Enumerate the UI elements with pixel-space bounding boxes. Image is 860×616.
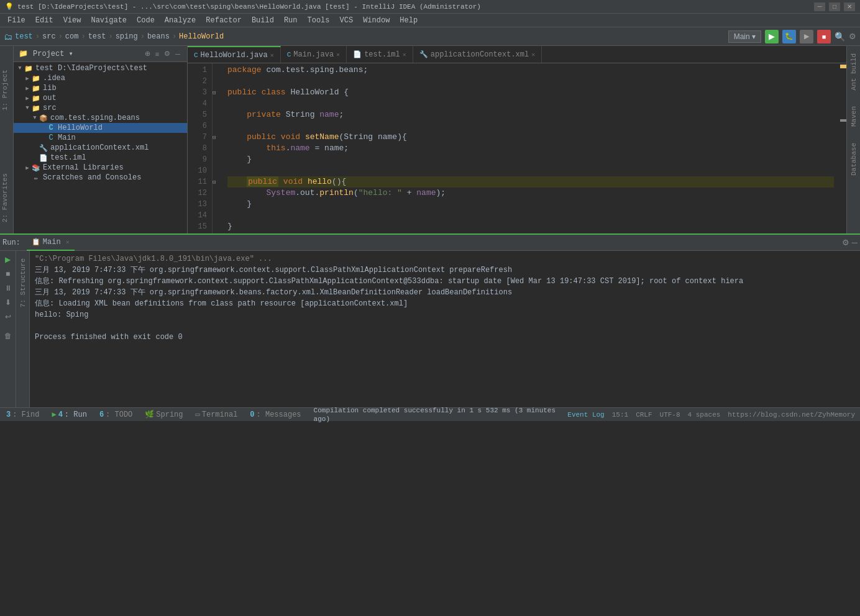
tree-item-helloworld[interactable]: C HelloWorld	[14, 123, 187, 133]
run-clear-button[interactable]: 🗑	[2, 330, 14, 342]
tab-helloworld[interactable]: C HelloWorld.java ✕	[188, 46, 281, 63]
tab-helloworld-close[interactable]: ✕	[270, 52, 274, 59]
run-play-button[interactable]: ▶	[2, 253, 14, 266]
menu-edit[interactable]: Edit	[30, 15, 58, 26]
code-content[interactable]: package com.test.sping.beans; public cla…	[222, 63, 839, 233]
tree-arrow-idea[interactable]: ▶	[24, 75, 31, 82]
run-button[interactable]: ▶	[765, 30, 779, 43]
menu-file[interactable]: File	[2, 15, 30, 26]
run-output[interactable]: "C:\Program Files\Java\jdk1.8.0_191\bin\…	[30, 251, 860, 407]
minimize-button[interactable]: ─	[814, 2, 825, 11]
fold-arrow-setname[interactable]: ⊟	[213, 134, 216, 141]
menu-analyze[interactable]: Analyze	[160, 15, 201, 26]
bc-helloworld[interactable]: HelloWorld	[179, 32, 224, 41]
structure-label[interactable]: 7: Structure	[18, 253, 28, 312]
tab-testiml[interactable]: 📄 test.iml ✕	[347, 46, 413, 63]
favorites-panel-label[interactable]: 2: Favorites	[0, 168, 13, 227]
main-java-icon: C	[46, 134, 56, 142]
footer-tabs: 3 : Find ▶ 4 : Run 6 : TODO 🌿 Spring ▭ T…	[0, 408, 308, 422]
spring-icon: 🌿	[145, 410, 154, 419]
spring-tab[interactable]: 🌿 Spring	[139, 408, 189, 422]
indent-indicator[interactable]: 4 spaces	[688, 411, 721, 419]
settings-button[interactable]: ⚙	[842, 238, 849, 247]
bc-com[interactable]: com	[65, 32, 79, 41]
tree-item-lib[interactable]: ▶ 📁 lib	[14, 83, 187, 93]
coverage-button[interactable]: ▶	[800, 30, 813, 43]
tree-item-main[interactable]: C Main	[14, 133, 187, 143]
tree-item-appcontext[interactable]: 🔧 applicationContext.xml	[14, 143, 187, 153]
statusbar-right: Event Log 15:1 CRLF UTF-8 4 spaces https…	[567, 411, 860, 419]
debug-button[interactable]: 🐛	[782, 30, 796, 43]
project-panel-label[interactable]: 1: Project	[0, 65, 13, 116]
maximize-button[interactable]: □	[829, 2, 840, 11]
run-main-tab[interactable]: 📋 Main ✕	[27, 235, 75, 251]
tree-item-iml[interactable]: 📄 test.iml	[14, 153, 187, 163]
tree-arrow-out[interactable]: ▶	[24, 95, 31, 102]
run-scroll-end-button[interactable]: ⬇	[2, 296, 14, 309]
database-label[interactable]: Database	[849, 138, 859, 181]
run-soft-wrap-button[interactable]: ↩	[2, 310, 14, 323]
tree-arrow-package[interactable]: ▼	[31, 115, 39, 121]
project-layout-btn[interactable]: ≡	[153, 49, 161, 58]
tree-arrow-libs[interactable]: ▶	[24, 165, 31, 171]
tree-item-out[interactable]: ▶ 📁 out	[14, 93, 187, 103]
run-pause-button[interactable]: ⏸	[2, 282, 14, 294]
bc-sping[interactable]: sping	[116, 32, 138, 41]
minimize-panel-button[interactable]: ─	[852, 238, 858, 247]
run-config-dropdown[interactable]: Main ▾	[728, 30, 761, 43]
menu-help[interactable]: Help	[395, 15, 423, 26]
project-hide-btn[interactable]: ─	[173, 49, 182, 58]
close-button[interactable]: ✕	[844, 2, 855, 11]
settings-gear[interactable]: ⚙	[849, 32, 856, 41]
tree-arrow-lib[interactable]: ▶	[24, 85, 31, 92]
todo-tab[interactable]: 6 : TODO	[93, 408, 139, 422]
tab-main[interactable]: C Main.java ✕	[281, 46, 347, 63]
menu-build[interactable]: Build	[247, 15, 279, 26]
ant-build-label[interactable]: Ant build	[849, 48, 859, 95]
crlf-indicator[interactable]: CRLF	[636, 411, 652, 419]
menu-navigate[interactable]: Navigate	[86, 15, 132, 26]
run-stop-button[interactable]: ■	[2, 268, 14, 280]
messages-tab[interactable]: 0 : Messages	[244, 408, 307, 422]
project-settings-btn[interactable]: ⚙	[162, 49, 172, 58]
project-icon-button[interactable]: 🗂	[4, 32, 12, 42]
menu-run[interactable]: Run	[279, 15, 303, 26]
bc-beans[interactable]: beans	[147, 32, 170, 41]
event-log-link[interactable]: Event Log	[567, 411, 604, 419]
run-footer-tab[interactable]: ▶ 4 : Run	[45, 408, 93, 422]
tree-item-scratch[interactable]: ✏️ Scratches and Consoles	[14, 173, 187, 183]
menu-code[interactable]: Code	[132, 15, 160, 26]
menu-vcs[interactable]: VCS	[335, 15, 359, 26]
status-message-area: Compilation completed successfully in 1 …	[308, 406, 568, 424]
maven-label[interactable]: Maven	[849, 101, 859, 132]
project-add-btn[interactable]: ⊕	[143, 49, 152, 58]
tab-main-close[interactable]: ✕	[336, 51, 340, 58]
menu-view[interactable]: View	[58, 15, 86, 26]
tree-item-idea[interactable]: ▶ 📁 .idea	[14, 73, 187, 83]
stop-button[interactable]: ■	[817, 30, 831, 43]
fold-arrow-hello[interactable]: ⊟	[213, 179, 216, 186]
code-line-9: }	[227, 154, 834, 165]
package-icon: 📦	[39, 114, 48, 122]
search-button[interactable]: 🔍	[835, 32, 845, 42]
bc-src[interactable]: src	[42, 32, 56, 41]
tab-appcontext[interactable]: 🔧 applicationContext.xml ✕	[413, 46, 542, 63]
menu-window[interactable]: Window	[358, 15, 395, 26]
tree-arrow-src[interactable]: ▼	[24, 105, 31, 111]
tab-xml-close[interactable]: ✕	[531, 51, 535, 58]
find-tab[interactable]: 3 : Find	[0, 408, 45, 422]
tab-iml-close[interactable]: ✕	[403, 51, 406, 58]
tree-item-ext-libs[interactable]: ▶ 📚 External Libraries	[14, 163, 187, 173]
fold-arrow-class[interactable]: ⊟	[213, 89, 216, 96]
menu-refactor[interactable]: Refactor	[201, 15, 247, 26]
encoding-indicator[interactable]: UTF-8	[660, 411, 680, 419]
bc-test[interactable]: test	[15, 32, 33, 41]
tree-arrow-root[interactable]: ▼	[16, 65, 24, 71]
bc-test2[interactable]: test	[88, 32, 106, 41]
terminal-tab[interactable]: ▭ Terminal	[190, 408, 244, 422]
tree-item-src[interactable]: ▼ 📁 src	[14, 103, 187, 113]
tree-item-root[interactable]: ▼ 📁 test D:\IdeaProjects\test	[14, 63, 187, 73]
run-main-tab-close[interactable]: ✕	[66, 238, 70, 246]
tree-item-package[interactable]: ▼ 📦 com.test.sping.beans	[14, 113, 187, 123]
menu-tools[interactable]: Tools	[303, 15, 335, 26]
